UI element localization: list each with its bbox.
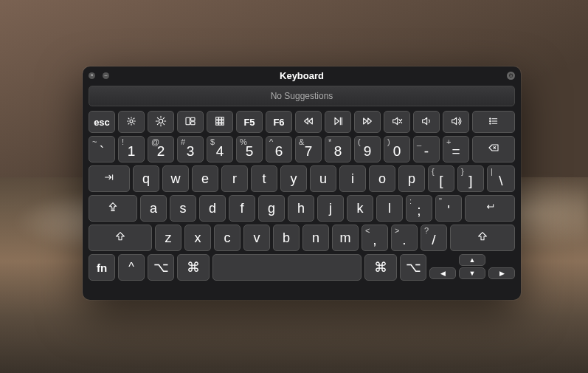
caps-lock-icon (107, 201, 119, 216)
number-row: ~` !1 @2 #3 $4 %5 ^6 &7 *8 (9 )0 _- += (89, 136, 515, 162)
key-delete[interactable] (472, 136, 515, 162)
key-s[interactable]: s (170, 195, 196, 222)
launchpad-icon (214, 115, 226, 129)
key-fn[interactable]: fn (89, 254, 115, 281)
key-m[interactable]: m (332, 225, 359, 251)
key-bracket-right[interactable]: }] (457, 165, 484, 192)
function-row: esc F5 F6 (89, 111, 515, 133)
key-8[interactable]: *8 (325, 136, 351, 162)
key-1[interactable]: !1 (118, 136, 145, 162)
key-0[interactable]: )0 (384, 136, 410, 162)
key-c[interactable]: c (214, 225, 241, 251)
key-g[interactable]: g (258, 195, 285, 222)
key-5[interactable]: %5 (236, 136, 263, 162)
key-3[interactable]: #3 (177, 136, 204, 162)
window-title: Keyboard (83, 70, 521, 81)
svg-rect-9 (219, 120, 221, 122)
key-j[interactable]: j (317, 195, 344, 222)
key-e[interactable]: e (192, 165, 218, 192)
keyboard-viewer-window: × – Keyboard ⚙ No Suggestions esc F5 F6 (83, 66, 521, 300)
key-2[interactable]: @2 (148, 136, 174, 162)
qwerty-row: q w e r t y u i o p {[ }] |\ (89, 165, 515, 192)
suggestion-bar[interactable]: No Suggestions (89, 86, 515, 106)
settings-button[interactable]: ⚙ (507, 72, 515, 80)
key-comma[interactable]: <, (362, 225, 388, 251)
key-quote[interactable]: "' (435, 195, 462, 222)
key-play-pause[interactable] (325, 111, 351, 133)
key-shift-left[interactable] (89, 225, 152, 251)
list-icon (488, 115, 499, 129)
key-6[interactable]: ^6 (266, 136, 292, 162)
key-fast-forward[interactable] (354, 111, 381, 133)
key-o[interactable]: o (369, 165, 395, 192)
key-r[interactable]: r (221, 165, 248, 192)
key-space[interactable] (212, 254, 362, 281)
key-l[interactable]: l (376, 195, 403, 222)
key-n[interactable]: n (302, 225, 329, 251)
key-mission-control[interactable] (177, 111, 204, 133)
key-command-right[interactable]: ⌘ (364, 254, 397, 281)
key-u[interactable]: u (310, 165, 336, 192)
key-brightness-down[interactable] (118, 111, 145, 133)
key-v[interactable]: v (243, 225, 270, 251)
key-f5[interactable]: F5 (236, 111, 263, 133)
key-return[interactable] (465, 195, 515, 222)
key-f[interactable]: f (229, 195, 255, 222)
key-h[interactable]: h (288, 195, 314, 222)
key-brightness-up[interactable] (148, 111, 174, 133)
key-i[interactable]: i (339, 165, 366, 192)
key-a[interactable]: a (140, 195, 167, 222)
key-launchpad[interactable] (207, 111, 233, 133)
key-p[interactable]: p (398, 165, 425, 192)
key-y[interactable]: y (280, 165, 307, 192)
key-mute[interactable] (384, 111, 410, 133)
key-volume-up[interactable] (443, 111, 469, 133)
key-4[interactable]: $4 (207, 136, 233, 162)
key-w[interactable]: w (162, 165, 189, 192)
key-backtick[interactable]: ~` (89, 136, 115, 162)
key-x[interactable]: x (184, 225, 211, 251)
key-bracket-left[interactable]: {[ (428, 165, 454, 192)
key-minus[interactable]: _- (413, 136, 440, 162)
key-arrow-down[interactable]: ▼ (459, 267, 485, 279)
shift-icon (114, 230, 126, 246)
key-slash[interactable]: ?/ (421, 225, 447, 251)
key-command-left[interactable]: ⌘ (177, 254, 210, 281)
svg-rect-2 (186, 117, 190, 124)
key-option-right[interactable]: ⌥ (400, 254, 426, 281)
key-option-left[interactable]: ⌥ (148, 254, 174, 281)
key-9[interactable]: (9 (354, 136, 381, 162)
key-7[interactable]: &7 (295, 136, 322, 162)
svg-rect-8 (216, 120, 218, 122)
key-esc[interactable]: esc (89, 111, 115, 133)
key-shift-right[interactable] (450, 225, 515, 251)
svg-rect-5 (216, 117, 218, 119)
return-icon (484, 201, 496, 216)
key-arrow-left[interactable]: ◀ (429, 267, 456, 279)
key-rewind[interactable] (295, 111, 322, 133)
close-button[interactable]: × (89, 72, 95, 79)
key-control[interactable]: ^ (118, 254, 145, 281)
key-arrow-right[interactable]: ▶ (488, 267, 515, 279)
key-semicolon[interactable]: :; (406, 195, 432, 222)
key-list[interactable] (472, 111, 515, 133)
shift-icon (477, 230, 488, 246)
key-arrow-up[interactable]: ▲ (459, 254, 485, 266)
key-f6[interactable]: F6 (266, 111, 292, 133)
svg-point-14 (490, 118, 491, 119)
key-k[interactable]: k (347, 195, 373, 222)
key-backslash[interactable]: |\ (487, 165, 515, 192)
fast-forward-icon (362, 115, 373, 129)
key-t[interactable]: t (251, 165, 277, 192)
key-b[interactable]: b (273, 225, 300, 251)
key-equals[interactable]: += (443, 136, 469, 162)
key-period[interactable]: >. (391, 225, 418, 251)
key-tab[interactable] (89, 165, 130, 192)
key-caps-lock[interactable] (89, 195, 137, 222)
mission-control-icon (184, 115, 196, 129)
minimize-button[interactable]: – (103, 72, 109, 79)
key-volume-down[interactable] (413, 111, 440, 133)
key-z[interactable]: z (155, 225, 181, 251)
key-d[interactable]: d (199, 195, 226, 222)
key-q[interactable]: q (133, 165, 159, 192)
